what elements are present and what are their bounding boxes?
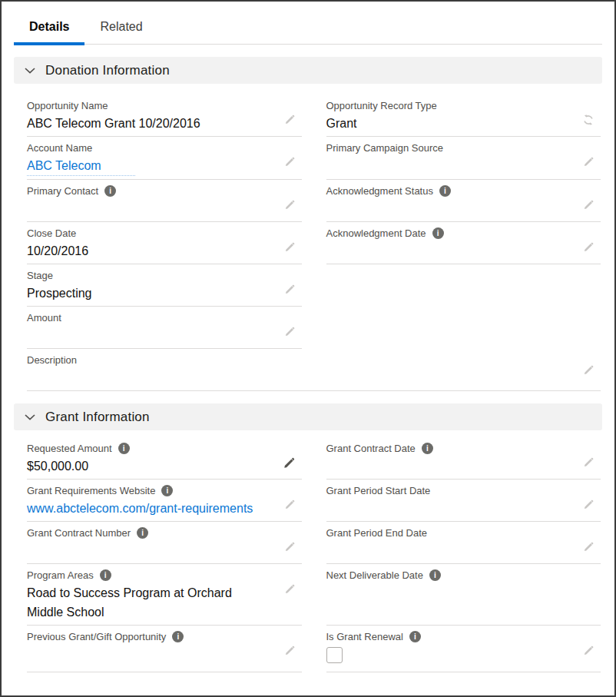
field-value: Prospecting [27,284,302,303]
field-is-grant-renewal: Is Grant Renewali [326,626,601,672]
field-value [27,368,601,387]
donation-fields: Opportunity Name ABC Telecom Grant 10/20… [14,84,602,391]
field-label: Is Grant Renewal [326,630,403,643]
field-label: Grant Contract Number [27,526,131,539]
record-detail-page: Details Related Donation Information Opp… [0,0,616,697]
field-description: Description [27,349,601,391]
account-name-link[interactable]: ABC Telecom [27,156,135,176]
field-label: Grant Requirements Website [27,484,155,497]
field-grant-contract-date: Grant Contract Datei [326,437,601,480]
edit-pencil-button[interactable] [582,199,594,211]
field-row: Previous Grant/Gift Opportunityi Is Gran… [27,626,601,672]
info-icon[interactable]: i [118,443,130,454]
field-label: Opportunity Name [27,99,108,112]
info-icon[interactable]: i [137,527,148,539]
edit-pencil-button[interactable] [283,583,296,596]
field-grant-contract-number: Grant Contract Numberi [27,522,302,564]
info-icon[interactable]: i [172,631,184,642]
field-grant-period-start-date: Grant Period Start Date [326,480,601,522]
section-header-donation[interactable]: Donation Information [14,57,602,84]
info-icon[interactable]: i [422,443,433,454]
edit-pencil-button[interactable] [283,156,296,168]
info-icon[interactable]: i [161,485,173,496]
edit-pencil-button[interactable] [283,541,296,553]
pencil-icon [582,364,594,377]
edit-pencil-button[interactable] [582,156,594,168]
field-amount: Amount [27,307,302,349]
pencil-icon [283,326,296,338]
field-value [326,199,601,218]
edit-pencil-button[interactable] [582,456,594,469]
pencil-icon [283,199,296,211]
is-grant-renewal-checkbox[interactable] [326,647,343,663]
edit-pencil-button[interactable] [283,499,296,511]
info-icon[interactable]: i [104,185,116,197]
field-label: Requested Amount [27,442,112,455]
field-close-date: Close Date 10/20/2016 [27,222,302,264]
field-row: Grant Contract Numberi Grant Period End … [27,522,601,564]
edit-pencil-button[interactable] [282,456,296,470]
field-row: Primary Contacti Acknowledgment Statusi [27,180,601,222]
field-previous-grant-gift-opportunity: Previous Grant/Gift Opportunityi [27,626,302,672]
field-value [326,541,601,560]
field-row: Requested Amounti $50,000.00 Grant Contr… [27,437,601,480]
field-row: Opportunity Name ABC Telecom Grant 10/20… [27,95,601,137]
info-icon[interactable]: i [429,569,441,581]
field-label: Acknowledgment Date [326,227,426,240]
tab-details[interactable]: Details [14,15,84,44]
edit-pencil-button[interactable] [582,541,594,553]
change-record-type-button[interactable] [582,114,594,126]
pencil-icon [582,456,594,469]
field-label: Amount [27,311,61,324]
field-label: Primary Contact [27,184,98,197]
field-value [326,499,601,518]
pencil-icon [582,499,594,511]
field-value [326,241,601,261]
sync-icon [582,114,594,126]
field-primary-contact: Primary Contacti [27,180,302,222]
edit-pencil-button[interactable] [283,326,296,338]
edit-pencil-button[interactable] [582,645,594,657]
field-stage: Stage Prospecting [27,264,302,307]
record-tabs: Details Related [14,15,602,45]
edit-pencil-button[interactable] [582,499,594,511]
edit-pencil-button[interactable] [283,114,296,126]
section-donation-information: Donation Information Opportunity Name AB… [14,57,602,391]
field-value: 10/20/2016 [27,241,302,261]
field-next-deliverable-date: Next Deliverable Datei [326,564,601,626]
edit-pencil-button[interactable] [283,284,296,296]
field-value [326,456,601,476]
edit-pencil-button[interactable] [582,241,594,254]
field-label: Account Name [27,141,92,154]
field-label: Close Date [27,227,76,240]
field-row: Grant Requirements Websitei www.abctelec… [27,480,601,522]
field-value [27,541,302,560]
info-icon[interactable]: i [409,631,421,642]
field-label: Description [27,353,77,367]
field-value: Road to Success Program at Orchard Middl… [27,583,302,622]
info-icon[interactable]: i [439,185,451,197]
pencil-icon [283,583,296,596]
info-icon[interactable]: i [100,569,111,581]
field-label: Primary Campaign Source [326,141,443,154]
pencil-icon [283,284,296,296]
edit-pencil-button[interactable] [283,199,296,211]
field-label: Stage [27,269,53,282]
edit-pencil-button[interactable] [283,645,296,657]
field-grant-requirements-website: Grant Requirements Websitei www.abctelec… [27,480,302,522]
section-header-grant[interactable]: Grant Information [14,403,602,430]
field-value: $50,000.00 [27,456,302,476]
section-title: Grant Information [45,410,150,425]
pencil-icon [283,499,296,511]
field-label: Acknowledgment Status [326,184,433,197]
info-icon[interactable]: i [432,227,444,239]
edit-pencil-button[interactable] [283,241,296,254]
grant-website-link[interactable]: www.abctelecom.com/grant-requirements [27,499,286,518]
field-program-areas: Program Areasi Road to Success Program a… [27,564,302,626]
field-label: Program Areas [27,569,94,582]
section-title: Donation Information [45,63,170,78]
field-value [27,326,302,345]
tab-related[interactable]: Related [84,15,157,44]
edit-pencil-button[interactable] [582,364,594,377]
field-grant-period-end-date: Grant Period End Date [326,522,601,564]
